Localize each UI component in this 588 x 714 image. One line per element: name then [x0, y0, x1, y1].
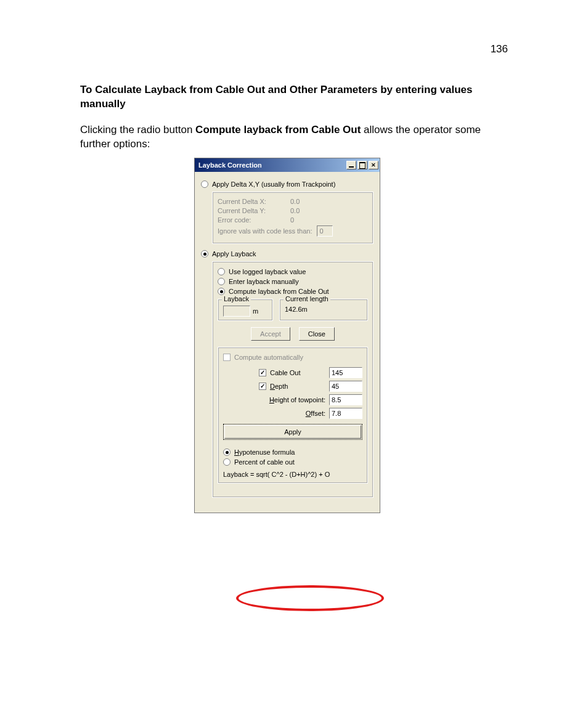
- titlebar[interactable]: Layback Correction: [195, 158, 380, 172]
- maximize-button[interactable]: [357, 161, 367, 169]
- current-delta-x-label: Current Delta X:: [218, 198, 285, 205]
- radio-apply-delta[interactable]: Apply Delta X,Y (usually from Trackpoint…: [201, 181, 374, 188]
- cable-out-checkbox[interactable]: [259, 369, 266, 376]
- close-window-button[interactable]: [369, 161, 378, 169]
- apply-button[interactable]: Apply: [224, 425, 361, 439]
- radio-icon: [201, 181, 208, 188]
- radio-hypotenuse-label: Hypotenuse formula: [234, 448, 295, 456]
- para-prefix: Clicking the radio button: [80, 124, 195, 136]
- delta-group: Current Delta X: 0.0 Current Delta Y: 0.…: [212, 192, 374, 244]
- height-input[interactable]: 8.5: [329, 394, 362, 405]
- apply-button-focus: Apply: [223, 424, 362, 440]
- radio-percent-cable-label: Percent of cable out: [234, 458, 295, 466]
- layback-input: [223, 306, 250, 317]
- current-length-legend: Current length: [284, 295, 330, 302]
- layback-legend: Layback: [222, 295, 251, 302]
- radio-icon: [223, 458, 231, 466]
- radio-icon: [218, 268, 225, 275]
- current-length-value: 142.6m: [285, 306, 308, 313]
- radio-use-logged[interactable]: Use logged layback value: [218, 268, 368, 275]
- current-delta-y-label: Current Delta Y:: [218, 207, 285, 214]
- compute-auto-label: Compute automatically: [234, 354, 303, 361]
- radio-hypotenuse[interactable]: Hypotenuse formula: [223, 448, 362, 456]
- radio-icon: [218, 278, 225, 285]
- layback-unit: m: [253, 307, 258, 315]
- current-length-fieldset: Current length 142.6m: [279, 299, 368, 321]
- doc-heading: To Calculate Layback from Cable Out and …: [80, 83, 508, 112]
- cable-out-input[interactable]: 145: [329, 367, 362, 378]
- depth-input[interactable]: 45: [329, 381, 362, 392]
- radio-compute-cable-label: Compute layback from Cable Out: [229, 288, 329, 295]
- layback-fieldset: Layback m: [218, 299, 273, 321]
- ignore-vals-input: 0: [317, 225, 333, 237]
- radio-icon: [223, 448, 231, 456]
- current-delta-y-value: 0.0: [290, 207, 300, 214]
- radio-icon: [218, 288, 225, 295]
- current-delta-x-value: 0.0: [290, 198, 300, 205]
- depth-label: Depth: [270, 383, 288, 390]
- offset-input[interactable]: 7.8: [329, 408, 362, 419]
- height-label: Height of towpoint:: [269, 396, 325, 404]
- layback-group: Use logged layback value Enter layback m…: [212, 261, 374, 498]
- formula-text: Layback = sqrt( C^2 - (D+H)^2) + O: [223, 471, 362, 478]
- radio-compute-cable[interactable]: Compute layback from Cable Out: [218, 288, 368, 295]
- radio-enter-manual-label: Enter layback manually: [229, 278, 299, 285]
- radio-apply-layback[interactable]: Apply Layback: [201, 250, 374, 258]
- depth-checkbox[interactable]: [259, 383, 266, 390]
- layback-correction-dialog: Layback Correction Apply Delta X,Y (usua…: [194, 158, 380, 513]
- radio-use-logged-label: Use logged layback value: [229, 268, 306, 275]
- radio-apply-layback-label: Apply Layback: [212, 250, 256, 258]
- cable-out-label: Cable Out: [270, 369, 301, 376]
- compute-group: Compute automatically Cable Out 145 Dept…: [218, 347, 368, 484]
- doc-paragraph: Clicking the radio button Compute laybac…: [80, 123, 508, 152]
- error-code-label: Error code:: [218, 216, 285, 224]
- compute-auto-check: Compute automatically: [223, 354, 362, 361]
- radio-apply-delta-label: Apply Delta X,Y (usually from Trackpoint…: [212, 181, 335, 188]
- accept-button: Accept: [251, 327, 290, 341]
- minimize-button[interactable]: [346, 161, 356, 169]
- radio-enter-manual[interactable]: Enter layback manually: [218, 278, 368, 285]
- radio-percent-cable[interactable]: Percent of cable out: [223, 458, 362, 466]
- page-number: 136: [491, 43, 508, 55]
- dialog-title: Layback Correction: [198, 161, 346, 169]
- para-bold: Compute layback from Cable Out: [195, 124, 361, 136]
- offset-label: Offset:: [306, 410, 325, 417]
- annotation-red-ellipse: [236, 585, 384, 611]
- radio-icon: [201, 250, 208, 258]
- checkbox-icon: [223, 354, 231, 361]
- close-button[interactable]: Close: [299, 327, 335, 341]
- ignore-vals-label: Ignore vals with code less than:: [218, 227, 312, 235]
- error-code-value: 0: [290, 216, 294, 224]
